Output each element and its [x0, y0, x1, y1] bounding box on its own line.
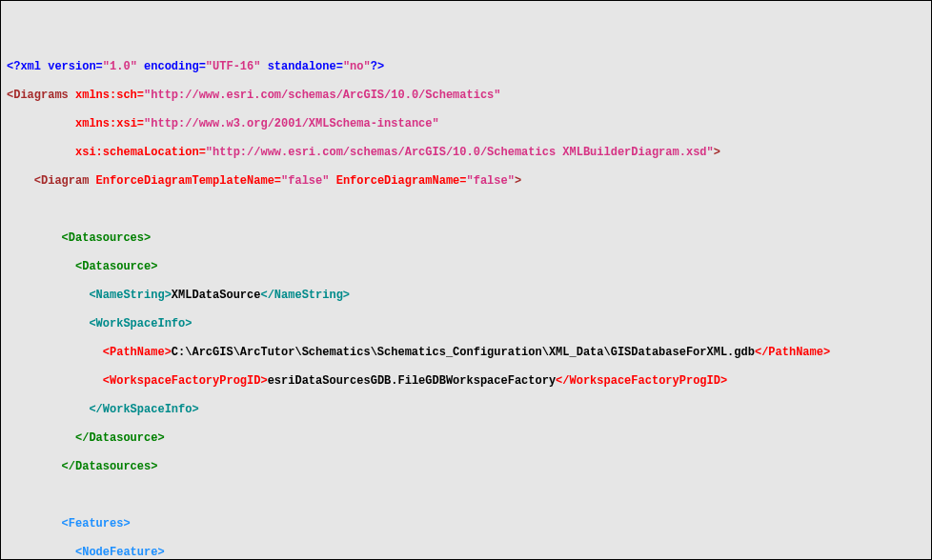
enforce-name-val: "false"	[467, 174, 515, 188]
diagram-open: <Diagram EnforceDiagramTemplateName="fal…	[7, 174, 925, 189]
workspaceinfo-close: </WorkSpaceInfo>	[7, 403, 925, 417]
pathname-close: </PathName>	[755, 346, 830, 359]
wsfactory-close: </WorkspaceFactoryProgID>	[556, 374, 727, 388]
schema-loc-attr: xsi:schemaLocation=	[75, 146, 206, 159]
namestring-close: </NameString>	[260, 289, 350, 302]
xml-version: "1.0"	[103, 60, 137, 73]
features-open: <Features>	[7, 517, 925, 531]
pathname-val: C:\ArcGIS\ArcTutor\Schematics\Schematics…	[172, 346, 755, 359]
wsfactory-open: <WorkspaceFactoryProgID>	[7, 374, 268, 388]
xmlns-sch-attr: xmlns:sch=	[69, 89, 144, 102]
blank-2	[7, 489, 925, 503]
xmlns-xsi-attr: xmlns:xsi=	[75, 117, 144, 130]
diagram-tag: <Diagram	[7, 174, 89, 188]
diagrams-tag: <Diagrams	[7, 89, 69, 102]
blank-1	[7, 203, 925, 217]
xmlns-xsi-val: "http://www.w3.org/2001/XMLSchema-instan…	[144, 117, 439, 130]
xml-decl-open: <?xml version=	[7, 60, 103, 73]
xml-standalone-val: "no"	[343, 60, 371, 73]
enforce-name-attr: EnforceDiagramName=	[329, 174, 466, 188]
namestring-open: <NameString>	[7, 289, 172, 302]
xml-standalone-attr: standalone=	[260, 60, 342, 73]
datasource-open: <Datasource>	[7, 260, 925, 274]
diagrams-close-bracket: >	[714, 146, 720, 159]
enforce-template-val: "false"	[281, 174, 329, 188]
xml-encoding-attr: encoding=	[137, 60, 206, 73]
datasource-close: </Datasource>	[7, 431, 925, 446]
schema-location-line: xsi:schemaLocation="http://www.esri.com/…	[7, 146, 925, 160]
workspaceinfo-open: <WorkSpaceInfo>	[7, 317, 925, 331]
pathname-open: <PathName>	[7, 346, 172, 359]
xmlns-xsi-line: xmlns:xsi="http://www.w3.org/2001/XMLSch…	[7, 117, 925, 131]
xml-decl-close: ?>	[371, 60, 384, 73]
enforce-template-attr: EnforceDiagramTemplateName=	[89, 174, 281, 188]
diagram-close-bracket: >	[515, 174, 521, 188]
workspacefactory-line: <WorkspaceFactoryProgID>esriDataSourcesG…	[7, 374, 925, 389]
nodefeature-open: <NodeFeature>	[7, 546, 925, 560]
datasources-open: <Datasources>	[7, 231, 925, 246]
schema-loc-val: "http://www.esri.com/schemas/ArcGIS/10.0…	[206, 146, 714, 159]
pathname-line: <PathName>C:\ArcGIS\ArcTutor\Schematics\…	[7, 346, 925, 360]
namestring-val: XMLDataSource	[172, 289, 261, 302]
wsfactory-val: esriDataSourcesGDB.FileGDBWorkspaceFacto…	[268, 374, 556, 388]
xmlns-sch-val: "http://www.esri.com/schemas/ArcGIS/10.0…	[144, 89, 500, 102]
datasources-close: </Datasources>	[7, 460, 925, 474]
xml-encoding-val: "UTF-16"	[206, 60, 261, 73]
namestring-line: <NameString>XMLDataSource</NameString>	[7, 289, 925, 303]
diagrams-open: <Diagrams xmlns:sch="http://www.esri.com…	[7, 89, 925, 103]
xml-declaration: <?xml version="1.0" encoding="UTF-16" st…	[7, 60, 925, 74]
